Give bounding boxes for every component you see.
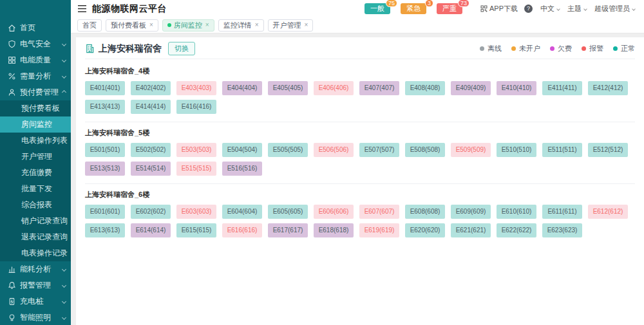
sidebar-subitem-房间监控[interactable]: 房间监控 xyxy=(0,116,71,133)
room-cell[interactable]: E510(510) xyxy=(497,143,536,157)
room-cell[interactable]: E608(608) xyxy=(405,205,445,219)
room-cell[interactable]: E408(408) xyxy=(405,81,445,95)
room-cell[interactable]: E507(507) xyxy=(359,143,399,157)
language-select[interactable]: 中文 xyxy=(540,4,560,14)
qr-code-icon xyxy=(480,5,488,12)
sidebar-subitem-批量下发[interactable]: 批量下发 xyxy=(0,181,71,197)
sidebar-item-电能质量[interactable]: 电能质量 xyxy=(0,52,71,68)
sidebar-subitem-充值缴费[interactable]: 充值缴费 xyxy=(0,165,71,181)
room-cell[interactable]: E509(509) xyxy=(451,143,491,157)
help-icon[interactable]: ? xyxy=(524,5,533,13)
room-cell[interactable]: E601(601) xyxy=(85,205,125,219)
room-cell[interactable]: E515(515) xyxy=(176,162,216,176)
sidebar-subitem-销户记录查询[interactable]: 销户记录查询 xyxy=(0,213,71,229)
room-cell[interactable]: E405(405) xyxy=(268,81,308,95)
room-cell[interactable]: E513(513) xyxy=(85,162,125,176)
main-area: 上海安科瑞宿舍 切换 离线未开户欠费报警正常 上海安科瑞宿舍_4楼E401(40… xyxy=(71,33,644,325)
room-cell[interactable]: E606(606) xyxy=(314,205,354,219)
tab-close-icon[interactable]: × xyxy=(255,22,259,28)
floor-section: 上海安科瑞宿舍_4楼E401(401)E402(402)E403(403)E40… xyxy=(85,60,635,122)
room-cell[interactable]: E402(402) xyxy=(131,81,171,95)
sidebar-item-电气安全[interactable]: 电气安全 xyxy=(0,36,71,52)
room-cell[interactable]: E410(410) xyxy=(497,81,536,95)
room-cell[interactable]: E501(501) xyxy=(85,143,125,157)
sidebar-subitem-电表操作记录[interactable]: 电表操作记录 xyxy=(0,245,71,261)
room-cell[interactable]: E516(516) xyxy=(222,162,262,176)
tab-close-icon[interactable]: × xyxy=(205,22,209,28)
sidebar-item-首页[interactable]: 首页 xyxy=(0,20,71,36)
user-menu[interactable]: 超级管理员 xyxy=(594,4,635,14)
tab-预付费看板[interactable]: 预付费看板× xyxy=(106,19,158,32)
room-cell[interactable]: E617(617) xyxy=(268,223,308,237)
room-cell[interactable]: E610(610) xyxy=(497,205,536,219)
room-cell[interactable]: E504(504) xyxy=(222,143,262,157)
tab-开户管理[interactable]: 开户管理× xyxy=(268,19,314,32)
room-cell[interactable]: E416(416) xyxy=(176,100,216,114)
chevron-down-icon xyxy=(632,7,636,11)
room-cell[interactable]: E505(505) xyxy=(268,143,308,157)
alarm-badge[interactable]: 一般75 xyxy=(365,3,390,14)
tab-房间监控[interactable]: 房间监控× xyxy=(162,19,214,32)
room-cell[interactable]: E412(412) xyxy=(588,81,628,95)
alarm-badge[interactable]: 严重73 xyxy=(437,3,462,14)
room-cell[interactable]: E615(615) xyxy=(176,223,216,237)
sidebar-subitem-开户管理[interactable]: 开户管理 xyxy=(0,149,71,165)
room-cell[interactable]: E512(512) xyxy=(588,143,628,157)
room-cell[interactable]: E622(622) xyxy=(497,223,536,237)
room-cell[interactable]: E404(404) xyxy=(222,81,262,95)
room-cell[interactable]: E502(502) xyxy=(131,143,171,157)
room-grid: E601(601)E602(602)E603(603)E604(604)E605… xyxy=(85,205,635,237)
sidebar-item-预付费管理[interactable]: 预付费管理 xyxy=(0,84,71,100)
room-cell[interactable]: E623(623) xyxy=(542,223,582,237)
room-cell[interactable]: E514(514) xyxy=(131,162,171,176)
room-cell[interactable]: E607(607) xyxy=(359,205,399,219)
switch-building-button[interactable]: 切换 xyxy=(168,42,195,55)
room-cell[interactable]: E609(609) xyxy=(451,205,491,219)
room-cell[interactable]: E506(506) xyxy=(314,143,354,157)
room-cell[interactable]: E503(503) xyxy=(176,143,216,157)
room-cell[interactable]: E508(508) xyxy=(405,143,445,157)
theme-select[interactable]: 主题 xyxy=(567,4,587,14)
sidebar-item-智能照明[interactable]: 智能照明 xyxy=(0,310,71,325)
room-cell[interactable]: E602(602) xyxy=(131,205,171,219)
sidebar-item-能耗分析[interactable]: 能耗分析 xyxy=(0,261,71,277)
sidebar-item-需量分析[interactable]: 需量分析 xyxy=(0,68,71,84)
alarm-badge[interactable]: 紧急3 xyxy=(401,3,426,14)
tab-监控详情[interactable]: 监控详情× xyxy=(218,19,264,32)
room-cell[interactable]: E406(406) xyxy=(314,81,354,95)
tab-close-icon[interactable]: × xyxy=(149,22,153,28)
room-cell[interactable]: E403(403) xyxy=(176,81,216,95)
room-cell[interactable]: E618(618) xyxy=(314,223,354,237)
room-cell[interactable]: E604(604) xyxy=(222,205,262,219)
room-cell[interactable]: E413(413) xyxy=(85,100,125,114)
room-cell[interactable]: E603(603) xyxy=(176,205,216,219)
floor-title: 上海安科瑞宿舍_5楼 xyxy=(85,128,635,138)
room-cell[interactable]: E612(612) xyxy=(588,205,628,219)
sidebar-item-报警管理[interactable]: 报警管理 xyxy=(0,277,71,293)
room-cell[interactable]: E613(613) xyxy=(85,223,125,237)
room-cell[interactable]: E619(619) xyxy=(359,223,399,237)
room-cell[interactable]: E614(614) xyxy=(131,223,171,237)
room-cell[interactable]: E414(414) xyxy=(131,100,171,114)
tab-首页[interactable]: 首页 xyxy=(77,19,102,32)
sidebar-item-充电桩[interactable]: 充电桩 xyxy=(0,293,71,310)
room-cell[interactable]: E620(620) xyxy=(405,223,445,237)
sidebar-subitem-综合报表[interactable]: 综合报表 xyxy=(0,197,71,213)
room-cell[interactable]: E605(605) xyxy=(268,205,308,219)
room-cell[interactable]: E401(401) xyxy=(85,81,125,95)
sidebar-subitem-预付费看板[interactable]: 预付费看板 xyxy=(0,100,71,116)
sidebar-subitem-电表操作列表[interactable]: 电表操作列表 xyxy=(0,133,71,149)
alarm-badge-count: 75 xyxy=(386,0,397,7)
room-cell[interactable]: E616(616) xyxy=(222,223,262,237)
room-cell[interactable]: E511(511) xyxy=(542,143,582,157)
tab-close-icon[interactable]: × xyxy=(305,22,308,28)
room-cell[interactable]: E411(411) xyxy=(542,81,582,95)
menu-toggle-icon[interactable] xyxy=(77,5,87,13)
room-cell[interactable]: E621(621) xyxy=(451,223,491,237)
room-cell[interactable]: E611(611) xyxy=(542,205,582,219)
theme-label: 主题 xyxy=(567,4,582,14)
room-cell[interactable]: E409(409) xyxy=(451,81,491,95)
sidebar-subitem-退表记录查询[interactable]: 退表记录查询 xyxy=(0,229,71,245)
app-download-link[interactable]: APP下载 xyxy=(480,4,518,14)
room-cell[interactable]: E407(407) xyxy=(359,81,399,95)
